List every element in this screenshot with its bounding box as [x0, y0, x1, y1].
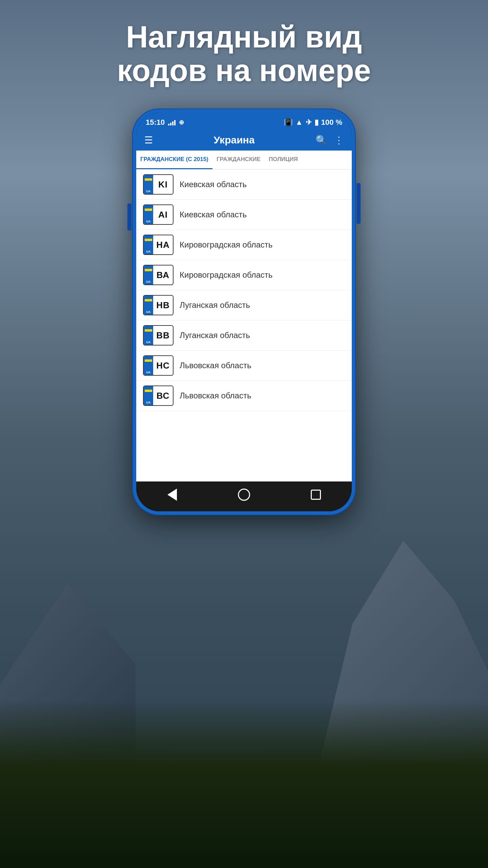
flag-bottom	[145, 299, 152, 301]
plate-country-code: UA	[146, 310, 151, 314]
region-name: Львовская область	[180, 361, 251, 370]
phone-mockup: 15:10 ⊕ 📳 ▲ ✈ ▮ 100 %	[132, 108, 356, 515]
plate-left-panel: UA	[144, 265, 153, 284]
flag-top	[145, 357, 152, 359]
list-container: UA KI Киевская область U	[136, 170, 352, 481]
flag-top	[145, 176, 152, 178]
list-item[interactable]: UA KI Киевская область	[136, 170, 352, 200]
wifi-icon: ▲	[296, 118, 303, 127]
list-item[interactable]: UA ВС Львовская область	[136, 381, 352, 411]
ukraine-flag	[145, 297, 152, 301]
list-item[interactable]: UA ВВ Луганская область	[136, 320, 352, 351]
plate-left-panel: UA	[144, 296, 153, 315]
flag-bottom	[145, 269, 152, 271]
more-icon[interactable]: ⋮	[334, 135, 344, 146]
battery-percent: 100 %	[321, 118, 342, 127]
signal-icon	[168, 119, 176, 125]
region-name: Луганская область	[180, 300, 250, 310]
plate-country-code: UA	[146, 340, 151, 344]
app-bar: ☰ Украина 🔍 ⋮	[136, 130, 352, 151]
plate-country-code: UA	[146, 250, 151, 253]
search-icon[interactable]: 🔍	[316, 135, 327, 146]
flag-bottom	[145, 239, 152, 241]
status-bar: 15:10 ⊕ 📳 ▲ ✈ ▮ 100 %	[136, 113, 352, 130]
plate-left-panel: UA	[144, 175, 153, 194]
vibrate-icon: 📳	[284, 118, 293, 127]
tab-civilian-2015[interactable]: ГРАЖДАНСКИЕ (С 2015)	[136, 151, 212, 169]
home-icon	[238, 489, 250, 501]
tab-civilian[interactable]: ГРАЖДАНСКИЕ	[212, 151, 265, 169]
license-plate: UA НА	[143, 235, 174, 255]
clock: 15:10	[146, 118, 165, 127]
plate-left-panel: UA	[144, 205, 153, 224]
flag-bottom	[145, 359, 152, 362]
ukraine-flag	[145, 357, 152, 362]
license-plate: UA AI	[143, 204, 174, 225]
recent-icon	[311, 490, 321, 500]
region-name: Кировоградская область	[180, 270, 272, 280]
plate-code: ВВ	[153, 326, 173, 345]
flag-top	[145, 236, 152, 239]
phone-body: 15:10 ⊕ 📳 ▲ ✈ ▮ 100 %	[132, 108, 356, 515]
back-button[interactable]	[164, 486, 181, 503]
region-name: Луганская область	[180, 331, 250, 340]
ukraine-flag	[145, 327, 152, 332]
plate-country-code: UA	[146, 401, 151, 404]
flag-bottom	[145, 209, 152, 211]
license-plate: UA ВС	[143, 386, 174, 406]
recent-button[interactable]	[307, 486, 324, 503]
plate-code: ВА	[153, 265, 173, 284]
nav-bar	[136, 481, 352, 511]
flag-top	[145, 327, 152, 329]
road-section	[0, 698, 488, 868]
phone-screen: 15:10 ⊕ 📳 ▲ ✈ ▮ 100 %	[136, 113, 352, 511]
plate-country-code: UA	[146, 220, 151, 223]
menu-icon[interactable]: ☰	[144, 135, 153, 146]
license-plate: UA НС	[143, 355, 174, 376]
app-title: Украина	[160, 134, 309, 146]
plate-country-code: UA	[146, 190, 151, 193]
plate-left-panel: UA	[144, 386, 153, 405]
license-plate: UA НВ	[143, 295, 174, 315]
flag-bottom	[145, 178, 152, 181]
plate-left-panel: UA	[144, 235, 153, 254]
battery-icon: ▮	[314, 118, 319, 127]
plate-code: НВ	[153, 296, 173, 315]
ukraine-flag	[145, 236, 152, 241]
flag-bottom	[145, 329, 152, 332]
airplane-icon: ✈	[306, 118, 312, 127]
flag-top	[145, 206, 152, 209]
ukraine-flag	[145, 267, 152, 271]
status-right: 📳 ▲ ✈ ▮ 100 %	[284, 118, 342, 127]
region-name: Львовская область	[180, 391, 251, 400]
plate-code: НА	[153, 235, 173, 254]
list-item[interactable]: UA НС Львовская область	[136, 351, 352, 381]
list-item[interactable]: UA НВ Луганская область	[136, 290, 352, 320]
flag-top	[145, 267, 152, 269]
list-item[interactable]: UA AI Киевская область	[136, 200, 352, 230]
page-heading: Наглядный вид кодов на номере	[0, 20, 488, 87]
plate-code: KI	[153, 175, 173, 194]
list-item[interactable]: UA ВА Кировоградская область	[136, 260, 352, 290]
plate-country-code: UA	[146, 280, 151, 283]
license-plate: UA ВА	[143, 265, 174, 285]
home-button[interactable]	[236, 486, 252, 503]
network-icon: ⊕	[179, 119, 184, 126]
flag-top	[145, 297, 152, 299]
list-item[interactable]: UA НА Кировоградская область	[136, 230, 352, 260]
plate-country-code: UA	[146, 371, 151, 374]
tab-police[interactable]: ПОЛИЦИЯ	[265, 151, 302, 169]
region-name: Киевская область	[180, 210, 247, 219]
plate-code: ВС	[153, 386, 173, 405]
license-plate: UA ВВ	[143, 325, 174, 346]
flag-top	[145, 387, 152, 390]
plate-left-panel: UA	[144, 326, 153, 345]
back-icon	[167, 489, 177, 501]
region-name: Кировоградская область	[180, 240, 272, 250]
license-plate: UA KI	[143, 174, 174, 195]
plate-code: AI	[153, 205, 173, 224]
ukraine-flag	[145, 206, 152, 211]
status-left: 15:10 ⊕	[146, 118, 184, 127]
header-title-line2: кодов на номере	[117, 54, 371, 87]
plate-left-panel: UA	[144, 356, 153, 375]
